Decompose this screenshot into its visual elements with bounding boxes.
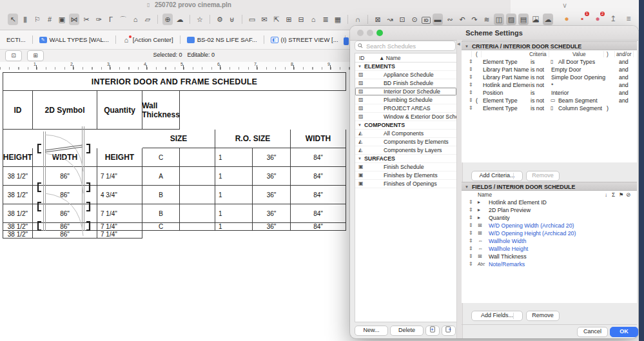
list-item[interactable]: ▣Finishes by Elements [355, 171, 456, 180]
criteria-row[interactable]: ⇕Library Part Nameis notSimple Door Open… [462, 73, 637, 81]
place-icon[interactable]: ⇱ [271, 14, 282, 25]
drag-handle-icon[interactable]: ⇕ [469, 104, 473, 112]
field-row[interactable]: ⇕⊞Wall Thickness [462, 253, 637, 260]
chevron-down-icon[interactable]: ∨ [562, 1, 567, 10]
cloud-teamwork-icon[interactable]: ☁ [543, 14, 553, 25]
list-item[interactable]: ◭All Components [355, 130, 456, 138]
mail-icon[interactable]: ✉ [259, 14, 269, 25]
door-tool-icon[interactable]: ◫ [494, 14, 504, 25]
render-icon[interactable]: ▦ [333, 14, 343, 25]
select-arrow-icon[interactable]: ↖ [8, 14, 18, 25]
home-story-icon[interactable]: ⌂ [308, 14, 318, 25]
drag-handle-icon[interactable]: ⇕ [469, 245, 473, 253]
measure-icon[interactable]: ▬ [433, 14, 443, 25]
drag-handle-icon[interactable]: ⇕ [469, 237, 473, 245]
fillet-icon[interactable]: ⌒ [118, 14, 128, 25]
criteria-andor[interactable]: and [619, 89, 629, 97]
marquee-icon[interactable]: ▮ [20, 14, 30, 25]
sort-descending-icon[interactable]: ↓ [605, 191, 607, 198]
grid-snap-icon[interactable]: # [44, 14, 55, 25]
extension-orange-icon[interactable]: ● [562, 14, 571, 23]
roof-icon[interactable]: ⌂ [130, 14, 141, 25]
delete-scheme-button[interactable]: Delete [390, 326, 424, 336]
criteria-value[interactable]: Column Segment [558, 104, 602, 112]
search-input[interactable] [365, 42, 453, 50]
field-label[interactable]: Quantity [489, 214, 510, 222]
criteria-operator[interactable]: is [531, 58, 534, 66]
criteria-value[interactable]: All Door Types [558, 58, 595, 66]
field-label[interactable]: 2D Plan Preview [489, 206, 531, 214]
criteria-name[interactable]: Position [483, 89, 530, 97]
extension-red-icon[interactable]: ▪1 [578, 14, 587, 23]
list-item[interactable]: ▨Appliance Schedule [355, 71, 456, 79]
criteria-operator[interactable]: is not [531, 104, 544, 112]
ok-button[interactable]: OK [610, 327, 638, 337]
menu-icon[interactable]: ≡ [624, 14, 633, 23]
trim-icon[interactable]: ↝ [385, 14, 395, 25]
embed-icon[interactable]: ⊟ [296, 14, 306, 25]
list-item[interactable]: ◭Components by Layers [355, 146, 456, 155]
criteria-operator[interactable]: is [531, 89, 534, 97]
offset-icon[interactable]: ▱ [142, 14, 153, 25]
favorites-icon[interactable]: ☆ [195, 14, 205, 25]
value-header[interactable]: Value [572, 51, 586, 57]
criteria-value[interactable]: Beam Segment [558, 97, 598, 104]
criteria-value[interactable]: Empty Door [551, 66, 581, 73]
drag-handle-icon[interactable]: ⇕ [469, 206, 473, 214]
criteria-name[interactable]: Hotlink and Elemen... [483, 81, 530, 89]
list-item[interactable]: ▨Plumbing Schedule [355, 96, 456, 104]
adjust-icon[interactable]: ✑ [93, 14, 104, 25]
criteria-row[interactable]: ⇕Element Typeis not▯Column Segment) [462, 104, 637, 112]
criteria-name[interactable]: Element Type [483, 104, 530, 112]
lock-icon[interactable]: ∩ [353, 14, 363, 25]
criteria-operator[interactable]: is not [531, 73, 544, 81]
criteria-operator[interactable]: is not [531, 97, 544, 104]
criteria-row[interactable]: ⇕Library Part Nameis notEmpty Doorand [462, 66, 637, 73]
criteria-row[interactable]: ⇕Hotlink and Elemen...is not*and [462, 81, 637, 89]
cloud-icon[interactable]: ☁ [175, 14, 185, 25]
criteria-andor[interactable]: and [619, 81, 629, 89]
criteria-name[interactable]: Element Type [483, 97, 530, 104]
corner-icon[interactable]: Γ [106, 14, 116, 25]
disclosure-triangle-icon[interactable]: ▼ [358, 63, 362, 70]
new-scheme-button[interactable]: New... [355, 326, 388, 336]
drag-handle-icon[interactable]: ⇕ [469, 58, 473, 66]
criteria-row[interactable]: ⇕PositionisInteriorand [462, 89, 637, 97]
criteria-operator[interactable]: is not [531, 66, 544, 73]
redo-icon[interactable]: ↷ [469, 14, 480, 25]
list-item[interactable]: ▨Interior Door Schedule [355, 88, 456, 96]
field-label[interactable]: Note/Remarks [489, 260, 525, 268]
dialog-titlebar[interactable]: Scheme Settings [350, 26, 638, 41]
criteria-name[interactable]: Library Part Name [483, 66, 530, 73]
id-column-header[interactable]: ID [359, 55, 365, 61]
field-label[interactable]: Wallhole Height [489, 245, 528, 253]
criteria-name[interactable]: Element Type [483, 58, 530, 66]
list-item[interactable]: ▣Finishes of Openings [355, 180, 456, 188]
criteria-andor[interactable]: and [619, 58, 629, 66]
list-item[interactable]: ▨BD Finish Schedule [355, 79, 456, 88]
stretch-icon[interactable]: ⊠ [373, 14, 383, 25]
criteria-panel-header[interactable]: ▼ CRITERIA / INTERIOR DOOR SCHEDULE [462, 41, 637, 50]
cancel-button[interactable]: Cancel [577, 327, 608, 337]
disclosure-triangle-icon[interactable]: ▼ [358, 121, 362, 129]
settings-option-button[interactable]: ⊞ [27, 50, 44, 61]
criteria-row[interactable]: ⇕Element Typeis▯All Door Typesand [462, 58, 637, 66]
name-column-header[interactable]: ▲ Name [379, 55, 400, 61]
tab-ecti[interactable]: ECTI... [0, 30, 32, 49]
resize-icon[interactable]: ⊡ [397, 14, 407, 25]
database-icon[interactable]: ≣ [320, 14, 331, 25]
fit-in-window-icon[interactable]: ⊕ [162, 14, 173, 25]
field-row[interactable]: ⇕▸Hotlink and Element ID [462, 199, 637, 206]
drag-handle-icon[interactable]: ⇕ [469, 253, 473, 260]
export-scheme-button[interactable] [442, 326, 456, 336]
criteria-andor[interactable]: and [619, 66, 629, 73]
tab-wall-types-wal[interactable]: ✎WALL TYPES [WAL... [33, 30, 115, 49]
brush-icon[interactable]: ⊎ [227, 14, 237, 25]
field-row[interactable]: ⇕▸Quantity [462, 214, 637, 222]
tab-overflow-icon[interactable] [344, 37, 349, 45]
scissors-icon[interactable]: ✂ [81, 14, 92, 25]
folder-icon[interactable]: ▭ [247, 14, 257, 25]
import-scheme-button[interactable] [425, 326, 440, 336]
tab-bs-02-ns-life-saf[interactable]: BS-02 NS LIFE SAF... [181, 30, 264, 49]
share-icon[interactable]: ↥ [609, 14, 618, 23]
